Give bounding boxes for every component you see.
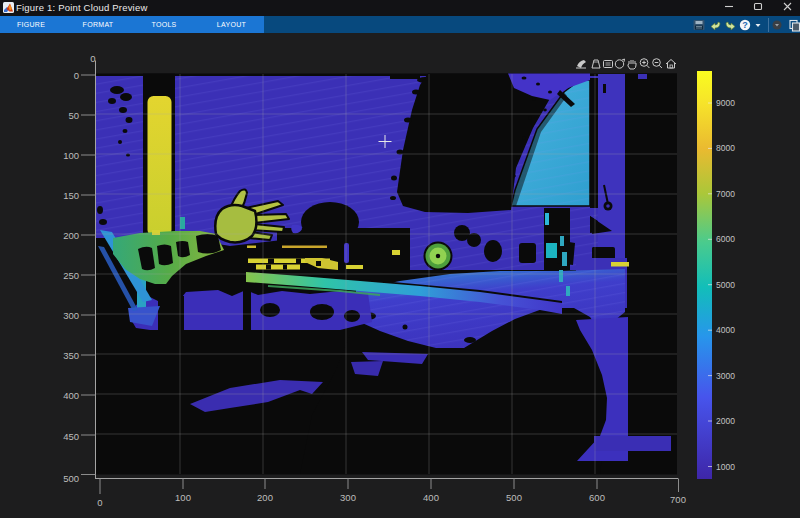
svg-text:9000: 9000 bbox=[716, 98, 735, 108]
svg-text:0: 0 bbox=[97, 497, 102, 508]
svg-text:50: 50 bbox=[68, 110, 79, 121]
svg-text:200: 200 bbox=[63, 230, 79, 241]
svg-text:250: 250 bbox=[63, 270, 79, 281]
svg-text:100: 100 bbox=[63, 150, 79, 161]
svg-text:1000: 1000 bbox=[716, 462, 735, 472]
svg-text:7000: 7000 bbox=[716, 189, 735, 199]
svg-text:8000: 8000 bbox=[716, 143, 735, 153]
svg-text:100: 100 bbox=[175, 492, 191, 503]
svg-text:700: 700 bbox=[670, 494, 686, 505]
svg-text:200: 200 bbox=[257, 492, 273, 503]
svg-text:2000: 2000 bbox=[716, 416, 735, 426]
svg-text:150: 150 bbox=[63, 190, 79, 201]
svg-text:0: 0 bbox=[90, 53, 95, 64]
svg-text:500: 500 bbox=[63, 473, 79, 484]
svg-text:450: 450 bbox=[63, 431, 79, 442]
svg-text:600: 600 bbox=[589, 492, 605, 503]
svg-text:500: 500 bbox=[506, 492, 522, 503]
svg-text:5000: 5000 bbox=[716, 280, 735, 290]
svg-text:400: 400 bbox=[423, 492, 439, 503]
svg-text:0: 0 bbox=[74, 70, 79, 81]
svg-text:?: ? bbox=[742, 20, 748, 30]
svg-text:350: 350 bbox=[63, 350, 79, 361]
svg-text:400: 400 bbox=[63, 390, 79, 401]
svg-text:300: 300 bbox=[63, 310, 79, 321]
svg-text:300: 300 bbox=[340, 492, 356, 503]
svg-text:4000: 4000 bbox=[716, 325, 735, 335]
svg-text:6000: 6000 bbox=[716, 234, 735, 244]
svg-text:3000: 3000 bbox=[716, 371, 735, 381]
